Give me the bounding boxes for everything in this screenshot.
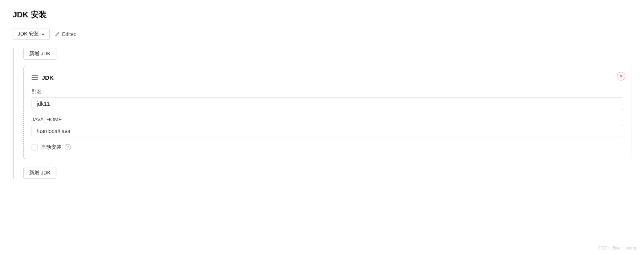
alias-form-group: 别名 [32,88,623,110]
hamburger-line-2 [32,77,38,78]
java-home-input[interactable] [32,125,623,137]
help-icon[interactable]: ? [65,144,71,150]
breadcrumb-button[interactable]: JDK 安装 [13,28,50,40]
edited-label: Edited [62,31,77,37]
add-jdk-bottom-button[interactable]: 新增 JDK [23,167,56,179]
content-area: 新增 JDK × JDK 别名 JAVA_HOME [13,48,631,179]
close-icon: × [620,73,623,79]
card-header: JDK [32,74,623,81]
breadcrumb-bar: JDK 安装 Edited [13,28,631,40]
chevron-up-icon [41,33,45,35]
add-jdk-bottom-label: 新增 JDK [29,169,50,176]
page-title: JDK 安装 [13,9,631,20]
auto-install-checkbox[interactable] [32,144,38,150]
jdk-card: × JDK 别名 JAVA_HOME 自动安装 [23,66,631,159]
hamburger-line-3 [32,79,38,80]
auto-install-row: 自动安装 ? [32,144,623,151]
java-home-label: JAVA_HOME [32,116,623,122]
help-icon-label: ? [67,145,69,150]
edited-badge: Edited [54,31,77,37]
alias-label: 别名 [32,88,623,95]
breadcrumb-label: JDK 安装 [18,30,39,38]
alias-input[interactable] [32,98,623,110]
hamburger-line-1 [32,75,38,76]
java-home-form-group: JAVA_HOME [32,116,623,137]
drag-handle-icon[interactable] [32,75,38,80]
footer-watermark: CSDN @weili.wang [598,246,636,250]
page-container: JDK 安装 JDK 安装 Edited 新增 JDK × [0,0,644,188]
card-title: JDK [42,74,54,81]
auto-install-label: 自动安装 [41,144,62,151]
close-button[interactable]: × [617,72,625,81]
add-jdk-top-button[interactable]: 新增 JDK [23,48,56,60]
pencil-icon [54,31,60,37]
add-jdk-top-label: 新增 JDK [29,50,50,57]
